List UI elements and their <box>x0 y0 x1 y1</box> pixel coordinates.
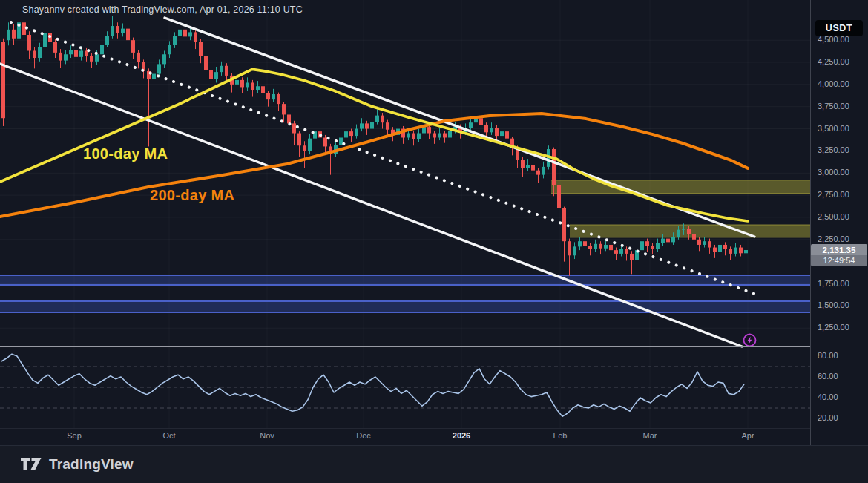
candle[interactable] <box>666 239 670 243</box>
candle[interactable] <box>671 237 675 242</box>
candle[interactable] <box>630 254 634 260</box>
candle[interactable] <box>121 29 125 33</box>
resistance-zone[interactable] <box>551 180 810 194</box>
candle[interactable] <box>438 134 441 138</box>
candle[interactable] <box>162 54 166 64</box>
candle[interactable] <box>225 66 228 76</box>
candle[interactable] <box>484 125 488 133</box>
candle[interactable] <box>412 134 415 139</box>
candle[interactable] <box>682 229 685 229</box>
candle[interactable] <box>583 241 587 246</box>
candle[interactable] <box>69 50 73 54</box>
candle[interactable] <box>111 26 114 36</box>
candle[interactable] <box>256 86 260 90</box>
candle[interactable] <box>609 245 613 250</box>
support-zone[interactable] <box>0 301 810 312</box>
candle[interactable] <box>297 134 301 146</box>
time-axis[interactable]: SepOctNovDec2026FebMarApr <box>0 429 810 445</box>
candle[interactable] <box>562 208 566 241</box>
candle[interactable] <box>199 42 203 56</box>
candle[interactable] <box>303 145 306 151</box>
candle[interactable] <box>744 250 748 253</box>
candle[interactable] <box>79 50 83 56</box>
candle[interactable] <box>656 243 660 249</box>
candle[interactable] <box>272 94 275 99</box>
candle[interactable] <box>131 40 135 53</box>
candle[interactable] <box>479 118 483 125</box>
candle[interactable] <box>220 66 223 72</box>
candle[interactable] <box>625 249 628 254</box>
candle[interactable] <box>59 53 62 61</box>
candle[interactable] <box>116 26 119 33</box>
candle[interactable] <box>43 33 47 47</box>
candle[interactable] <box>53 42 57 53</box>
candle[interactable] <box>495 128 499 136</box>
candle[interactable] <box>505 131 509 139</box>
candle[interactable] <box>599 244 602 249</box>
candle[interactable] <box>235 80 239 85</box>
candle[interactable] <box>355 129 358 137</box>
candle[interactable] <box>95 54 99 62</box>
candle[interactable] <box>645 241 649 246</box>
candle[interactable] <box>12 30 16 39</box>
candle[interactable] <box>578 241 582 246</box>
candle[interactable] <box>370 122 374 129</box>
candle[interactable] <box>188 32 192 36</box>
tradingview-logo[interactable]: TradingView <box>20 456 134 473</box>
candle[interactable] <box>183 30 187 37</box>
candle[interactable] <box>152 74 156 79</box>
price-and-rsi-panes[interactable] <box>0 0 810 428</box>
candle[interactable] <box>246 82 249 87</box>
candle[interactable] <box>687 229 691 234</box>
candle[interactable] <box>588 246 592 249</box>
candle[interactable] <box>173 36 177 45</box>
candle[interactable] <box>74 50 78 57</box>
candle[interactable] <box>375 116 379 122</box>
candle[interactable] <box>204 56 208 70</box>
candle[interactable] <box>27 35 31 50</box>
candle[interactable] <box>308 139 312 151</box>
candle[interactable] <box>349 131 353 136</box>
candle[interactable] <box>697 240 701 245</box>
candle[interactable] <box>261 86 265 93</box>
candle[interactable] <box>448 131 452 138</box>
support-zone[interactable] <box>0 275 810 285</box>
candle[interactable] <box>157 64 161 73</box>
candle[interactable] <box>542 167 545 175</box>
candle[interactable] <box>526 165 530 168</box>
candle[interactable] <box>708 241 711 247</box>
candle[interactable] <box>619 249 623 254</box>
candle[interactable] <box>137 53 140 62</box>
candle[interactable] <box>90 56 93 62</box>
candle[interactable] <box>692 234 696 240</box>
candle[interactable] <box>417 134 421 139</box>
candle[interactable] <box>360 123 364 128</box>
candle[interactable] <box>33 50 36 58</box>
candle[interactable] <box>266 93 270 99</box>
candle[interactable] <box>194 32 197 42</box>
candle[interactable] <box>703 241 706 245</box>
candle[interactable] <box>443 134 447 138</box>
candle[interactable] <box>240 80 244 88</box>
candle[interactable] <box>531 165 535 171</box>
candle[interactable] <box>552 149 556 185</box>
candle[interactable] <box>661 239 665 243</box>
candle[interactable] <box>105 36 109 45</box>
candle[interactable] <box>739 248 743 254</box>
candle[interactable] <box>677 230 680 237</box>
candle[interactable] <box>214 72 218 79</box>
candle[interactable] <box>100 45 104 54</box>
candle[interactable] <box>490 128 493 132</box>
candle[interactable] <box>713 248 717 252</box>
candle[interactable] <box>323 137 327 146</box>
candle[interactable] <box>573 246 576 255</box>
candle[interactable] <box>282 104 286 114</box>
candle[interactable] <box>521 160 525 168</box>
candle[interactable] <box>339 137 343 145</box>
candle[interactable] <box>640 241 644 250</box>
candle[interactable] <box>500 131 504 136</box>
candle[interactable] <box>38 47 42 58</box>
candle[interactable] <box>734 248 737 254</box>
candle[interactable] <box>568 241 571 255</box>
candle[interactable] <box>594 244 597 249</box>
